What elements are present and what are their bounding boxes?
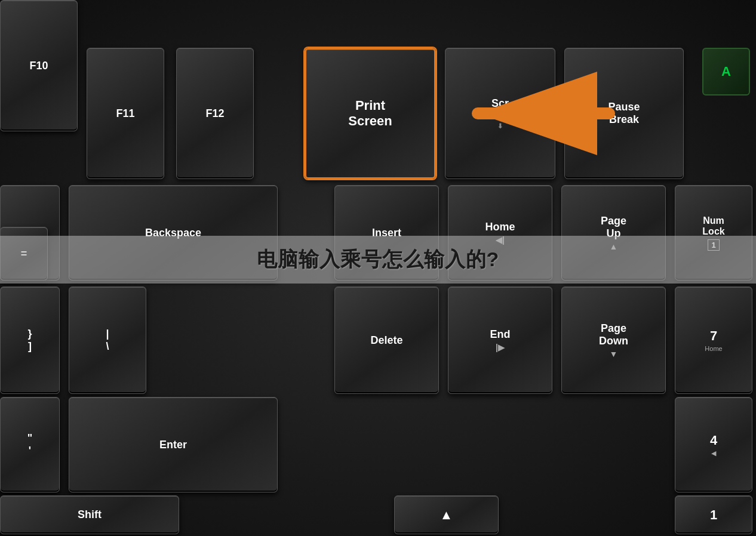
banner: 电脑输入乘号怎么输入的? [0, 236, 756, 284]
key-num7-label: 7 [710, 328, 717, 344]
key-brace[interactable]: } ] [0, 287, 60, 394]
key-shift[interactable]: Shift [0, 495, 179, 534]
keyboard-background: F10 F11 F12 Print Screen Scr Lock ⬇ Paus… [0, 0, 756, 536]
key-pagedown[interactable]: Page Down ▼ [561, 287, 666, 394]
key-uparrow-label: ▲ [440, 507, 453, 523]
key-enter-label: Enter [159, 439, 187, 451]
key-home-label: Home [485, 221, 515, 233]
key-pipe-label: | \ [106, 328, 109, 353]
key-printscreen-label: Print Screen [348, 98, 392, 129]
caps-indicator-label: A [721, 64, 731, 79]
key-printscreen[interactable]: Print Screen [305, 48, 436, 179]
key-delete[interactable]: Delete [334, 287, 439, 394]
key-enter[interactable]: Enter [69, 397, 278, 492]
key-num4[interactable]: 4 ◀ [675, 397, 752, 492]
key-end-icon: |▶ [496, 343, 505, 352]
key-f10-label: F10 [29, 60, 48, 72]
key-f10[interactable]: F10 [0, 0, 78, 131]
key-scrolllock-label: Scr [491, 97, 509, 110]
key-pipe[interactable]: | \ [69, 287, 146, 394]
key-delete-label: Delete [370, 334, 402, 347]
banner-text: 电脑输入乘号怎么输入的? [257, 246, 500, 273]
key-pagedown-label: Page Down [599, 322, 628, 347]
key-shift-label: Shift [78, 509, 102, 521]
key-num4-label: 4 [710, 433, 717, 448]
caps-indicator: A [702, 48, 750, 96]
key-quote[interactable]: " ' [0, 397, 60, 492]
key-num1-label: 1 [710, 507, 717, 523]
key-end[interactable]: End |▶ [448, 287, 552, 394]
key-num4-sub: ◀ [711, 449, 716, 457]
key-end-label: End [490, 328, 511, 341]
key-pause[interactable]: Pause Break [564, 48, 684, 179]
key-num1[interactable]: 1 [675, 495, 752, 534]
key-pause-label: Pause Break [608, 101, 640, 126]
key-num7[interactable]: 7 Home [675, 287, 752, 394]
key-f12[interactable]: F12 [176, 48, 254, 179]
key-numlock-label: Num Lock [702, 215, 724, 237]
key-quote-label: " ' [27, 432, 33, 457]
key-pagedown-icon: ▼ [610, 349, 618, 359]
key-scrolllock[interactable]: Scr Lock ⬇ [445, 48, 555, 179]
key-f12-label: F12 [205, 107, 224, 120]
key-f11[interactable]: F11 [87, 48, 164, 179]
key-num7-sub: Home [705, 345, 722, 352]
key-f11-label: F11 [116, 107, 134, 120]
key-uparrow[interactable]: ▲ [394, 495, 499, 534]
key-brace-label: } ] [27, 328, 32, 353]
